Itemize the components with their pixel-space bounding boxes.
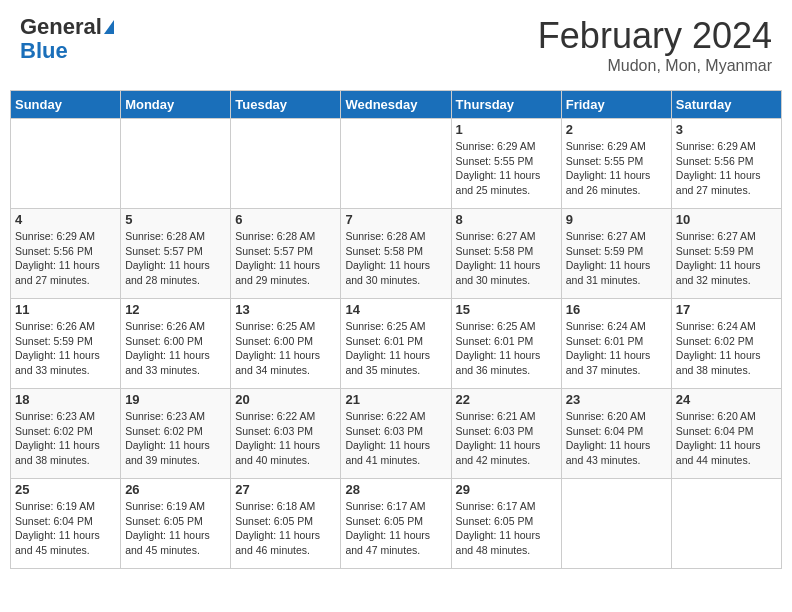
day-info: Sunrise: 6:17 AMSunset: 6:05 PMDaylight:… xyxy=(345,499,446,558)
calendar-cell: 18Sunrise: 6:23 AMSunset: 6:02 PMDayligh… xyxy=(11,389,121,479)
day-info: Sunrise: 6:23 AMSunset: 6:02 PMDaylight:… xyxy=(125,409,226,468)
day-number: 20 xyxy=(235,392,336,407)
day-info: Sunrise: 6:27 AMSunset: 5:58 PMDaylight:… xyxy=(456,229,557,288)
calendar-cell: 21Sunrise: 6:22 AMSunset: 6:03 PMDayligh… xyxy=(341,389,451,479)
day-header-sunday: Sunday xyxy=(11,91,121,119)
day-number: 27 xyxy=(235,482,336,497)
day-number: 14 xyxy=(345,302,446,317)
day-info: Sunrise: 6:24 AMSunset: 6:01 PMDaylight:… xyxy=(566,319,667,378)
day-info: Sunrise: 6:20 AMSunset: 6:04 PMDaylight:… xyxy=(566,409,667,468)
calendar-cell xyxy=(671,479,781,569)
calendar-cell: 5Sunrise: 6:28 AMSunset: 5:57 PMDaylight… xyxy=(121,209,231,299)
logo-blue-text: Blue xyxy=(20,39,114,63)
calendar-cell: 23Sunrise: 6:20 AMSunset: 6:04 PMDayligh… xyxy=(561,389,671,479)
calendar-cell: 3Sunrise: 6:29 AMSunset: 5:56 PMDaylight… xyxy=(671,119,781,209)
calendar-cell: 8Sunrise: 6:27 AMSunset: 5:58 PMDaylight… xyxy=(451,209,561,299)
day-header-row: SundayMondayTuesdayWednesdayThursdayFrid… xyxy=(11,91,782,119)
calendar-cell: 15Sunrise: 6:25 AMSunset: 6:01 PMDayligh… xyxy=(451,299,561,389)
day-number: 23 xyxy=(566,392,667,407)
calendar-cell: 13Sunrise: 6:25 AMSunset: 6:00 PMDayligh… xyxy=(231,299,341,389)
day-number: 21 xyxy=(345,392,446,407)
calendar-cell: 7Sunrise: 6:28 AMSunset: 5:58 PMDaylight… xyxy=(341,209,451,299)
day-header-saturday: Saturday xyxy=(671,91,781,119)
day-number: 28 xyxy=(345,482,446,497)
location-title: Mudon, Mon, Myanmar xyxy=(538,57,772,75)
day-number: 29 xyxy=(456,482,557,497)
calendar-cell: 12Sunrise: 6:26 AMSunset: 6:00 PMDayligh… xyxy=(121,299,231,389)
calendar-cell: 2Sunrise: 6:29 AMSunset: 5:55 PMDaylight… xyxy=(561,119,671,209)
day-number: 8 xyxy=(456,212,557,227)
day-info: Sunrise: 6:20 AMSunset: 6:04 PMDaylight:… xyxy=(676,409,777,468)
day-number: 22 xyxy=(456,392,557,407)
day-info: Sunrise: 6:27 AMSunset: 5:59 PMDaylight:… xyxy=(566,229,667,288)
week-row-4: 18Sunrise: 6:23 AMSunset: 6:02 PMDayligh… xyxy=(11,389,782,479)
calendar-cell: 16Sunrise: 6:24 AMSunset: 6:01 PMDayligh… xyxy=(561,299,671,389)
week-row-1: 1Sunrise: 6:29 AMSunset: 5:55 PMDaylight… xyxy=(11,119,782,209)
calendar-cell: 14Sunrise: 6:25 AMSunset: 6:01 PMDayligh… xyxy=(341,299,451,389)
day-number: 3 xyxy=(676,122,777,137)
calendar-cell xyxy=(341,119,451,209)
calendar-cell: 19Sunrise: 6:23 AMSunset: 6:02 PMDayligh… xyxy=(121,389,231,479)
day-number: 17 xyxy=(676,302,777,317)
week-row-3: 11Sunrise: 6:26 AMSunset: 5:59 PMDayligh… xyxy=(11,299,782,389)
day-info: Sunrise: 6:29 AMSunset: 5:56 PMDaylight:… xyxy=(15,229,116,288)
calendar-cell: 17Sunrise: 6:24 AMSunset: 6:02 PMDayligh… xyxy=(671,299,781,389)
day-header-friday: Friday xyxy=(561,91,671,119)
day-info: Sunrise: 6:29 AMSunset: 5:55 PMDaylight:… xyxy=(566,139,667,198)
day-info: Sunrise: 6:24 AMSunset: 6:02 PMDaylight:… xyxy=(676,319,777,378)
title-section: February 2024 Mudon, Mon, Myanmar xyxy=(538,15,772,75)
day-number: 25 xyxy=(15,482,116,497)
day-info: Sunrise: 6:25 AMSunset: 6:01 PMDaylight:… xyxy=(456,319,557,378)
day-number: 18 xyxy=(15,392,116,407)
logo-triangle-icon xyxy=(104,20,114,34)
day-info: Sunrise: 6:26 AMSunset: 5:59 PMDaylight:… xyxy=(15,319,116,378)
day-info: Sunrise: 6:27 AMSunset: 5:59 PMDaylight:… xyxy=(676,229,777,288)
calendar-cell: 10Sunrise: 6:27 AMSunset: 5:59 PMDayligh… xyxy=(671,209,781,299)
day-number: 4 xyxy=(15,212,116,227)
day-info: Sunrise: 6:25 AMSunset: 6:00 PMDaylight:… xyxy=(235,319,336,378)
calendar-cell: 28Sunrise: 6:17 AMSunset: 6:05 PMDayligh… xyxy=(341,479,451,569)
calendar-cell xyxy=(121,119,231,209)
day-number: 12 xyxy=(125,302,226,317)
day-number: 2 xyxy=(566,122,667,137)
day-info: Sunrise: 6:25 AMSunset: 6:01 PMDaylight:… xyxy=(345,319,446,378)
calendar-cell: 11Sunrise: 6:26 AMSunset: 5:59 PMDayligh… xyxy=(11,299,121,389)
day-info: Sunrise: 6:28 AMSunset: 5:57 PMDaylight:… xyxy=(125,229,226,288)
logo: General Blue xyxy=(20,15,114,63)
day-number: 26 xyxy=(125,482,226,497)
day-info: Sunrise: 6:19 AMSunset: 6:04 PMDaylight:… xyxy=(15,499,116,558)
day-header-thursday: Thursday xyxy=(451,91,561,119)
day-info: Sunrise: 6:28 AMSunset: 5:58 PMDaylight:… xyxy=(345,229,446,288)
day-number: 24 xyxy=(676,392,777,407)
month-title: February 2024 xyxy=(538,15,772,57)
day-info: Sunrise: 6:28 AMSunset: 5:57 PMDaylight:… xyxy=(235,229,336,288)
calendar-cell: 25Sunrise: 6:19 AMSunset: 6:04 PMDayligh… xyxy=(11,479,121,569)
calendar-cell: 24Sunrise: 6:20 AMSunset: 6:04 PMDayligh… xyxy=(671,389,781,479)
day-info: Sunrise: 6:17 AMSunset: 6:05 PMDaylight:… xyxy=(456,499,557,558)
day-info: Sunrise: 6:19 AMSunset: 6:05 PMDaylight:… xyxy=(125,499,226,558)
day-header-wednesday: Wednesday xyxy=(341,91,451,119)
calendar-cell: 22Sunrise: 6:21 AMSunset: 6:03 PMDayligh… xyxy=(451,389,561,479)
calendar-cell: 4Sunrise: 6:29 AMSunset: 5:56 PMDaylight… xyxy=(11,209,121,299)
day-number: 9 xyxy=(566,212,667,227)
calendar-cell: 29Sunrise: 6:17 AMSunset: 6:05 PMDayligh… xyxy=(451,479,561,569)
day-info: Sunrise: 6:29 AMSunset: 5:55 PMDaylight:… xyxy=(456,139,557,198)
day-info: Sunrise: 6:22 AMSunset: 6:03 PMDaylight:… xyxy=(345,409,446,468)
day-header-monday: Monday xyxy=(121,91,231,119)
calendar-table: SundayMondayTuesdayWednesdayThursdayFrid… xyxy=(10,90,782,569)
header: General Blue February 2024 Mudon, Mon, M… xyxy=(10,10,782,80)
calendar-cell: 20Sunrise: 6:22 AMSunset: 6:03 PMDayligh… xyxy=(231,389,341,479)
calendar-cell: 26Sunrise: 6:19 AMSunset: 6:05 PMDayligh… xyxy=(121,479,231,569)
calendar-cell: 9Sunrise: 6:27 AMSunset: 5:59 PMDaylight… xyxy=(561,209,671,299)
day-number: 7 xyxy=(345,212,446,227)
day-info: Sunrise: 6:26 AMSunset: 6:00 PMDaylight:… xyxy=(125,319,226,378)
day-number: 13 xyxy=(235,302,336,317)
day-info: Sunrise: 6:22 AMSunset: 6:03 PMDaylight:… xyxy=(235,409,336,468)
day-number: 11 xyxy=(15,302,116,317)
day-info: Sunrise: 6:21 AMSunset: 6:03 PMDaylight:… xyxy=(456,409,557,468)
day-info: Sunrise: 6:23 AMSunset: 6:02 PMDaylight:… xyxy=(15,409,116,468)
day-number: 6 xyxy=(235,212,336,227)
day-number: 10 xyxy=(676,212,777,227)
calendar-cell: 6Sunrise: 6:28 AMSunset: 5:57 PMDaylight… xyxy=(231,209,341,299)
calendar-cell xyxy=(561,479,671,569)
